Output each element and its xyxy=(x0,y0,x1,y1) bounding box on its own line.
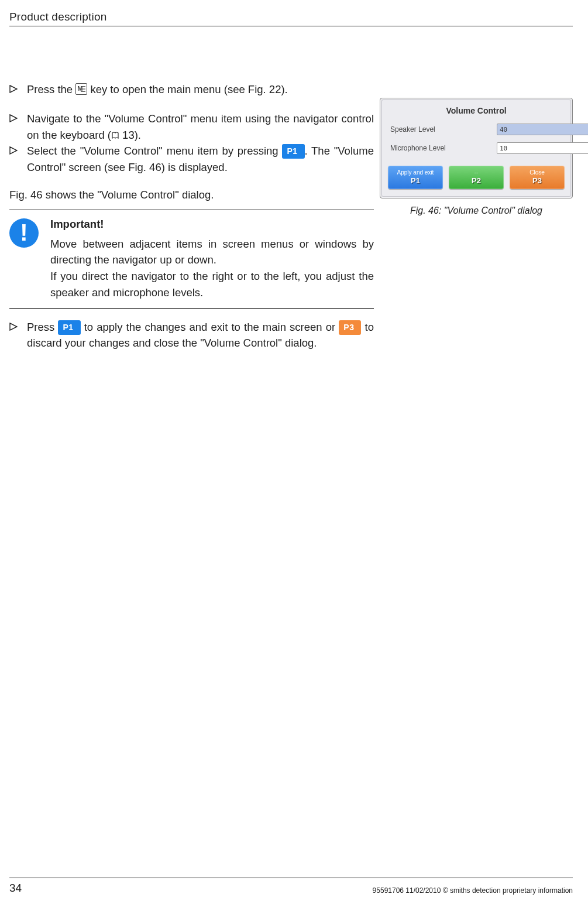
footer-proprietary-text: 95591706 11/02/2010 © smiths detection p… xyxy=(373,886,573,895)
button-key-label: P2 xyxy=(472,176,481,186)
svg-marker-3 xyxy=(10,323,17,330)
button-key-label: P3 xyxy=(532,176,542,186)
button-key-label: P1 xyxy=(411,176,420,186)
p1-badge-icon: P1 xyxy=(282,144,304,159)
step-1: Press the key to open the main menu (see… xyxy=(9,81,374,98)
microphone-level-row: Microphone Level ▲▼ xyxy=(382,139,570,157)
bullet-triangle-icon xyxy=(9,81,27,98)
p3-badge-icon: P3 xyxy=(339,320,361,335)
step-3-text-a: Select the "Volume Control" menu item by… xyxy=(27,145,282,157)
step-4: Press P1 to apply the changes and exit t… xyxy=(9,319,374,352)
important-exclamation-icon: ! xyxy=(9,218,39,248)
button-top-label: -- xyxy=(474,169,479,176)
speaker-level-label: Speaker Level xyxy=(390,125,497,133)
button-top-label: Apply and exit xyxy=(397,169,434,176)
important-callout: ! Important! Move between adjacent items… xyxy=(9,210,374,309)
step-1-text-b: key to open the main menu (see Fig. 22). xyxy=(90,83,287,95)
speaker-level-row: Speaker Level ▲▼ xyxy=(382,120,570,139)
apply-and-exit-button[interactable]: Apply and exit P1 xyxy=(388,166,443,189)
dialog-title: Volume Control xyxy=(382,100,570,120)
step-2: Navigate to the "Volume Control" menu it… xyxy=(9,111,374,143)
microphone-level-input[interactable] xyxy=(497,142,588,154)
p2-button[interactable]: -- P2 xyxy=(449,166,504,189)
figure-caption: Fig. 46: "Volume Control" dialog xyxy=(380,206,573,216)
important-line-1: Move between adjacent items in screen me… xyxy=(50,236,374,269)
volume-control-dialog: Volume Control Speaker Level ▲▼ Micropho… xyxy=(380,98,573,198)
svg-marker-1 xyxy=(10,115,17,122)
important-heading: Important! xyxy=(50,216,374,232)
step-2-text-a: Navigate to the "Volume Control" menu it… xyxy=(27,112,374,141)
svg-marker-0 xyxy=(10,85,17,93)
important-line-2: If you direct the navigator to the right… xyxy=(50,268,374,301)
speaker-level-input[interactable] xyxy=(497,124,588,135)
page-footer: 34 95591706 11/02/2010 © smiths detectio… xyxy=(9,878,573,895)
svg-marker-2 xyxy=(10,147,17,154)
p1-badge-icon: P1 xyxy=(58,320,80,335)
section-header: Product description xyxy=(9,11,573,26)
step-1-text-a: Press the xyxy=(27,83,75,95)
book-ref-icon xyxy=(111,128,119,136)
step-4-text-a: Press xyxy=(27,321,58,333)
bullet-triangle-icon xyxy=(9,143,27,176)
page-number: 34 xyxy=(9,882,22,895)
figure-intro-text: Fig. 46 shows the "Volume Control" dialo… xyxy=(9,189,374,201)
instruction-column: Press the key to open the main menu (see… xyxy=(9,81,374,351)
step-2-text-b: 13). xyxy=(119,129,141,141)
microphone-level-label: Microphone Level xyxy=(390,144,497,152)
button-top-label: Close xyxy=(529,169,545,176)
m-key-icon xyxy=(75,83,87,95)
bullet-triangle-icon xyxy=(9,111,27,143)
bullet-triangle-icon xyxy=(9,319,27,352)
step-4-text-b: to apply the changes and exit to the mai… xyxy=(84,321,339,333)
close-button[interactable]: Close P3 xyxy=(510,166,565,189)
step-3: Select the "Volume Control" menu item by… xyxy=(9,143,374,176)
